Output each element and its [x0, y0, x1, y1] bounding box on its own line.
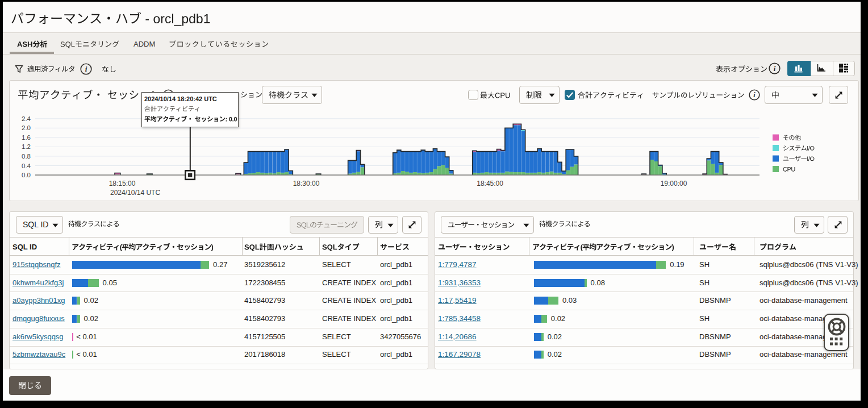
svg-text:1.2: 1.2 [22, 143, 31, 150]
svg-text:0.0: 0.0 [22, 172, 31, 178]
svg-text:2.0: 2.0 [22, 124, 31, 131]
svg-text:18:15:00: 18:15:00 [109, 180, 136, 188]
svg-text:0.4: 0.4 [22, 163, 31, 169]
svg-text:0.8: 0.8 [22, 153, 31, 160]
svg-text:i: i [85, 65, 87, 73]
svg-text:19:00:00: 19:00:00 [661, 180, 687, 188]
svg-text:2024/10/14 UTC: 2024/10/14 UTC [110, 189, 160, 197]
svg-text:i: i [773, 64, 775, 73]
svg-text:2.4: 2.4 [22, 115, 31, 122]
svg-text:18:45:00: 18:45:00 [477, 180, 503, 188]
svg-text:18:30:00: 18:30:00 [293, 180, 320, 188]
svg-text:1.6: 1.6 [22, 134, 31, 141]
